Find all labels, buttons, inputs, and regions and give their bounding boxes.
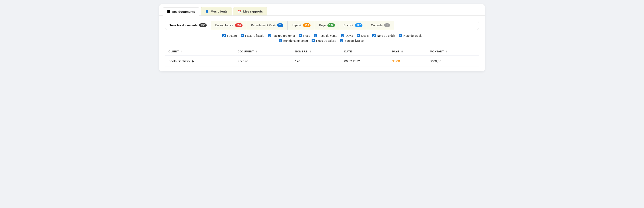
checkbox-facture-fiscale-input[interactable] [241,34,244,37]
filter-tabs: Tous les documents 930 En souffrance 560… [165,21,479,30]
filter-souffrance-badge: 560 [235,23,242,27]
sort-document-icon[interactable]: ⇅ [256,50,258,53]
checkbox-section: Facture Facture fiscale Facture proforma… [165,34,479,42]
checkbox-devis2-label: Devis [361,34,368,37]
filter-tous-label: Tous les documents [170,24,198,27]
main-content: Tous les documents 930 En souffrance 560… [159,16,485,71]
checkbox-recu-de-vente[interactable]: Reçu de vente [314,34,337,37]
checkbox-recu-vente-input[interactable] [314,34,317,37]
filter-paye-badge: 137 [328,23,335,27]
col-header-date[interactable]: DATE ⇅ [341,47,389,56]
checkbox-recu-vente-label: Reçu de vente [318,34,337,37]
col-header-nombre[interactable]: NOMBRE ⇅ [292,47,341,56]
checkbox-recu-caisse-input[interactable] [312,39,315,42]
checkbox-bon-livraison[interactable]: Bon de livraison [340,39,366,42]
filter-tab-envoye[interactable]: Envoyé 122 [339,21,367,30]
sort-client-icon[interactable]: ⇅ [180,50,183,53]
filter-souffrance-label: En souffrance [215,24,233,27]
montant-amount: $400,00 [430,59,441,63]
col-header-paye[interactable]: PAYÉ ⇅ [389,47,427,56]
checkbox-recu-caisse-label: Reçu de caisse [316,39,336,42]
sort-nombre-icon[interactable]: ⇅ [309,50,311,53]
tab-mes-rapports-label: Mes rapports [243,10,263,13]
checkbox-note-credit2-label: Note de crédit [403,34,422,37]
checkbox-devis1-label: Devis [346,34,353,37]
checkbox-facture-proforma-input[interactable] [268,34,271,37]
filter-tous-badge: 930 [199,23,207,27]
checkbox-facture-fiscale[interactable]: Facture fiscale [241,34,264,37]
cell-date: 06.09.2022 [341,56,389,66]
checkbox-recu-label: Reçu [303,34,310,37]
cell-paye: $0,00 [389,56,427,66]
checkbox-recu-caisse[interactable]: Reçu de caisse [312,39,336,42]
col-header-montant[interactable]: MONTANT ⇅ [426,47,479,56]
filter-partiellement-badge: 31 [277,23,283,27]
app-container: ☰ Mes documents 👤 Mes clients 📅 Mes rapp… [159,4,485,71]
sort-date-icon[interactable]: ⇅ [354,50,356,53]
filter-tab-paye[interactable]: Payé 137 [315,21,339,30]
tab-mes-documents[interactable]: ☰ Mes documents [163,7,199,16]
filter-corbeille-label: Corbeille [371,24,382,27]
cell-nombre: 120 [292,56,341,66]
filter-impaye-label: Impayé [292,24,301,27]
checkbox-facture-proforma-label: Facture proforma [272,34,295,37]
filter-tab-corbeille[interactable]: Corbeille 1 [367,21,394,30]
col-header-document[interactable]: DOCUMENT ⇅ [234,47,292,56]
table-header-row: CLIENT ⇅ DOCUMENT ⇅ NOMBRE ⇅ DATE ⇅ [165,47,479,56]
tab-mes-clients[interactable]: 👤 Mes clients [200,7,232,16]
rapports-icon: 📅 [238,10,242,13]
checkbox-note-credit2[interactable]: Note de crédit [399,34,422,37]
sort-montant-icon[interactable]: ⇅ [446,50,448,53]
checkbox-facture-proforma[interactable]: Facture proforma [268,34,295,37]
filter-impaye-badge: 793 [303,23,310,27]
checkbox-bon-livraison-input[interactable] [340,39,343,42]
checkbox-row-1: Facture Facture fiscale Facture proforma… [222,34,422,37]
filter-tab-impaye[interactable]: Impayé 793 [288,21,315,30]
filter-envoye-badge: 122 [355,23,362,27]
filter-envoye-label: Envoyé [344,24,353,27]
cell-client: Booth Dentistry [165,56,234,66]
checkbox-note-credit2-input[interactable] [399,34,402,37]
clients-icon: 👤 [205,10,209,13]
filter-tab-en-souffrance[interactable]: En souffrance 560 [211,21,247,30]
checkbox-devis1[interactable]: Devis [341,34,353,37]
filter-tab-partiellement-paye[interactable]: Partiellement Payé 31 [247,21,288,30]
checkbox-bon-commande[interactable]: Bon de commande [279,39,308,42]
checkbox-devis2-input[interactable] [356,34,360,37]
cell-document: Facture [234,56,292,66]
tab-mes-documents-label: Mes documents [172,10,195,13]
documents-table: CLIENT ⇅ DOCUMENT ⇅ NOMBRE ⇅ DATE ⇅ [165,47,479,66]
cell-montant: $400,00 [426,56,479,66]
col-header-client[interactable]: CLIENT ⇅ [165,47,234,56]
table-row[interactable]: Booth Dentistry Facture 120 06.09.2022 $… [165,56,479,66]
checkbox-bon-commande-input[interactable] [279,39,282,42]
checkbox-note-credit1[interactable]: Note de crédit [372,34,395,37]
checkbox-recu-input[interactable] [299,34,302,37]
filter-paye-label: Payé [319,24,326,27]
checkbox-facture-fiscale-label: Facture fiscale [245,34,264,37]
sort-paye-icon[interactable]: ⇅ [401,50,403,53]
checkbox-bon-livraison-label: Bon de livraison [344,39,366,42]
documents-icon: ☰ [167,10,170,14]
checkbox-bon-commande-label: Bon de commande [284,39,308,42]
top-tabs: ☰ Mes documents 👤 Mes clients 📅 Mes rapp… [159,4,485,16]
tab-mes-rapports[interactable]: 📅 Mes rapports [233,7,267,16]
cursor-icon [192,60,194,63]
checkbox-note-credit1-input[interactable] [372,34,376,37]
checkbox-note-credit1-label: Note de crédit [377,34,395,37]
checkbox-recu[interactable]: Reçu [299,34,310,37]
filter-partiellement-label: Partiellement Payé [251,24,276,27]
checkbox-facture[interactable]: Facture [222,34,237,37]
checkbox-devis2[interactable]: Devis [356,34,368,37]
paye-amount: $0,00 [392,59,400,63]
checkbox-facture-label: Facture [227,34,237,37]
filter-tab-tous[interactable]: Tous les documents 930 [166,21,211,30]
tab-mes-clients-label: Mes clients [211,10,228,13]
checkbox-row-2: Bon de commande Reçu de caisse Bon de li… [279,39,366,42]
filter-corbeille-badge: 1 [384,23,390,27]
checkbox-facture-input[interactable] [222,34,226,37]
checkbox-devis1-input[interactable] [341,34,344,37]
